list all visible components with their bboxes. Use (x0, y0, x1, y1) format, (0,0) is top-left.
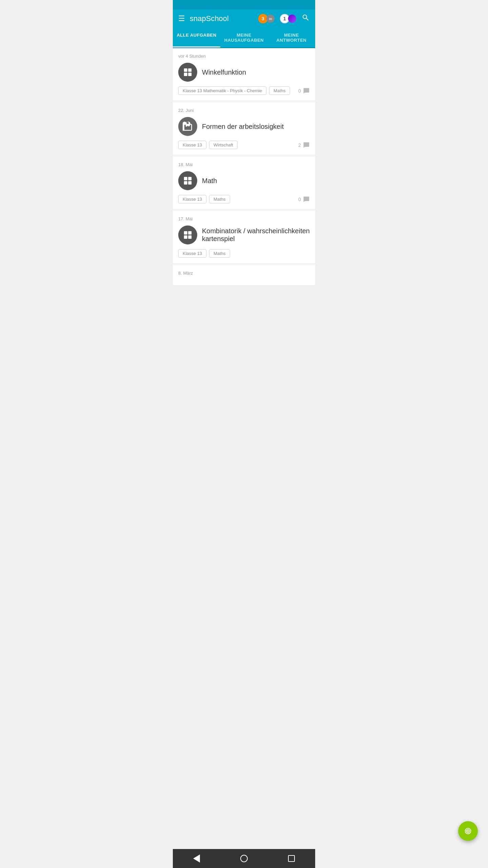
header-right: 3 ∞ 1 (258, 14, 310, 24)
svg-rect-4 (184, 177, 187, 180)
task-tags-2: Klasse 13 Wirtschaft (178, 141, 238, 149)
comment-icon-3 (303, 196, 310, 203)
notification-group-1[interactable]: 3 ∞ (258, 14, 274, 23)
svg-rect-9 (188, 231, 191, 235)
tab-meine-antworten[interactable]: MEINEANTWORTEN (268, 28, 315, 47)
task-icon-4 (178, 225, 197, 244)
task-comments-3: 0 (298, 196, 310, 203)
svg-rect-3 (188, 73, 191, 76)
tag-subject-2: Wirtschaft (209, 141, 238, 149)
notification-icon-2 (288, 15, 296, 23)
task-card-4[interactable]: 17. Mai Kombinatorik / wahrscheinlichkei… (173, 211, 315, 263)
tag-subject-4: Maths (209, 249, 230, 258)
notification-group-2[interactable]: 1 (279, 14, 296, 23)
tag-class-4: Klasse 13 (178, 249, 206, 258)
svg-rect-2 (184, 73, 187, 76)
task-comments-1: 0 (298, 87, 310, 94)
task-date-1: vor 4 Stunden (178, 54, 310, 59)
task-date-5: 8. März (178, 271, 310, 276)
comment-count-1: 0 (298, 88, 301, 94)
tab-alle-aufgaben[interactable]: ALLE AUFGABEN (173, 28, 220, 47)
task-icon-2 (178, 117, 197, 136)
tab-meine-hausaufgaben[interactable]: MEINEHAUSAUFGABEN (220, 28, 268, 47)
tabs: ALLE AUFGABEN MEINEHAUSAUFGABEN MEINEANT… (173, 28, 315, 48)
task-date-3: 18. Mai (178, 162, 310, 167)
comment-icon-2 (303, 142, 310, 149)
content: vor 4 Stunden Winkelfunktion Klasse 13 M… (173, 48, 315, 285)
tag-class-3: Klasse 13 (178, 195, 206, 203)
svg-rect-5 (188, 177, 191, 180)
svg-rect-11 (188, 235, 191, 239)
tag-subject-1: Maths (269, 86, 290, 95)
svg-rect-8 (184, 231, 187, 235)
tag-class-2: Klasse 13 (178, 141, 206, 149)
task-comments-2: 2 (298, 142, 310, 149)
task-card-2[interactable]: 22. Juni Formen der arbeitslosigkeit Kla… (173, 102, 315, 155)
task-date-4: 17. Mai (178, 216, 310, 221)
status-bar (173, 0, 315, 9)
task-card-1[interactable]: vor 4 Stunden Winkelfunktion Klasse 13 M… (173, 48, 315, 100)
comment-count-2: 2 (298, 142, 301, 148)
task-tags-1: Klasse 13 Mathematik - Physik - Chemie M… (178, 86, 290, 95)
task-tags-3: Klasse 13 Maths (178, 195, 230, 203)
task-icon-1 (178, 63, 197, 82)
menu-icon[interactable]: ☰ (178, 14, 185, 23)
task-header-2: Formen der arbeitslosigkeit (178, 117, 310, 136)
svg-rect-6 (184, 181, 187, 184)
task-title-1: Winkelfunktion (202, 68, 310, 76)
task-footer-2: Klasse 13 Wirtschaft 2 (178, 141, 310, 149)
notification-icon-1: ∞ (266, 15, 274, 23)
header: ☰ snapSchool 3 ∞ 1 (173, 9, 315, 28)
task-footer-3: Klasse 13 Maths 0 (178, 195, 310, 203)
task-date-2: 22. Juni (178, 108, 310, 113)
comment-count-3: 0 (298, 197, 301, 202)
svg-rect-7 (188, 181, 191, 184)
task-title-2: Formen der arbeitslosigkeit (202, 123, 310, 131)
task-card-5[interactable]: 8. März (173, 265, 315, 285)
tag-class-1: Klasse 13 Mathematik - Physik - Chemie (178, 86, 266, 95)
task-header-3: Math (178, 171, 310, 190)
task-header-1: Winkelfunktion (178, 63, 310, 82)
task-footer-1: Klasse 13 Mathematik - Physik - Chemie M… (178, 86, 310, 95)
tag-subject-3: Maths (209, 195, 230, 203)
comment-icon-1 (303, 87, 310, 94)
task-header-4: Kombinatorik / wahrscheinlichkeiten kart… (178, 225, 310, 244)
svg-rect-0 (184, 68, 187, 72)
task-footer-4: Klasse 13 Maths (178, 249, 310, 258)
app-title: snapSchool (190, 14, 229, 23)
svg-rect-10 (184, 235, 187, 239)
task-icon-3 (178, 171, 197, 190)
task-card-3[interactable]: 18. Mai Math Klasse 13 Maths 0 (173, 157, 315, 209)
task-title-3: Math (202, 177, 310, 185)
task-tags-4: Klasse 13 Maths (178, 249, 230, 258)
task-title-4: Kombinatorik / wahrscheinlichkeiten kart… (202, 227, 310, 243)
svg-rect-1 (188, 68, 191, 72)
search-icon[interactable] (302, 14, 310, 24)
header-left: ☰ snapSchool (178, 14, 229, 23)
